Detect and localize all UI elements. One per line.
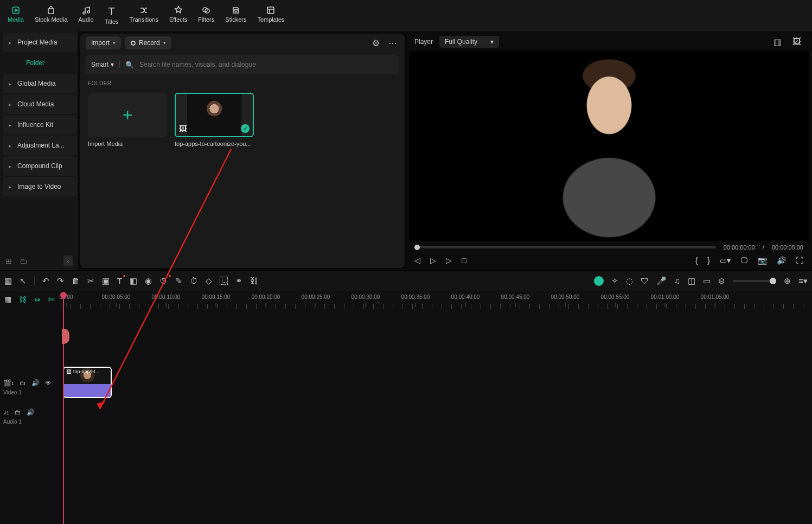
volume-icon[interactable]: 🔊 <box>777 256 786 265</box>
zoom-in-icon[interactable]: ⊕ <box>784 276 791 286</box>
ai-badge-icon[interactable] <box>594 276 604 286</box>
grid-icon[interactable]: ▦ <box>4 276 12 286</box>
magnet-icon[interactable]: ✄ <box>48 295 55 304</box>
collapse-icon[interactable]: ‹ <box>63 255 73 266</box>
unlink-icon[interactable]: ⛓ <box>250 276 258 285</box>
audio-track-icon[interactable]: ♪1 <box>3 408 9 416</box>
crop-icon[interactable]: ▣ <box>102 276 110 286</box>
tab-media[interactable]: Media <box>2 3 29 25</box>
keyframe-icon[interactable]: ◇ <box>206 276 212 286</box>
import-media-tile[interactable]: + Import Media <box>88 93 167 147</box>
tab-stickers[interactable]: Stickers <box>220 3 252 25</box>
text-tool-icon[interactable]: T <box>117 276 122 285</box>
link-icon[interactable]: ⚭ <box>235 276 242 286</box>
folder-icon[interactable]: 🗀 <box>20 257 27 265</box>
record-button[interactable]: Record▾ <box>125 36 171 49</box>
sidebar-project-media[interactable]: ▸Project Media <box>3 33 77 52</box>
fullscreen-icon[interactable]: ⛶ <box>796 256 803 265</box>
compare-icon[interactable]: ▥ <box>771 35 784 49</box>
timer-icon[interactable]: ⏱ <box>190 276 198 285</box>
sidebar-compound-clip[interactable]: ▸Compound Clip <box>3 156 77 176</box>
playhead-handle[interactable] <box>62 329 69 344</box>
tab-titles[interactable]: T Titles <box>99 3 124 27</box>
link-mode-icon[interactable]: ⛓ <box>19 295 27 304</box>
playhead[interactable] <box>63 292 64 524</box>
mark-out-icon[interactable]: } <box>707 256 710 265</box>
search-input[interactable] <box>139 61 394 68</box>
ruler-tick: 00:00:15:00 <box>202 294 231 300</box>
undo-icon[interactable]: ↶ <box>42 276 49 286</box>
group-icon[interactable]: ⿺ <box>220 276 228 285</box>
marker-icon[interactable]: ▭ <box>703 276 711 286</box>
display-icon[interactable]: 🖵 <box>740 256 748 265</box>
mark-in-icon[interactable]: { <box>695 256 698 265</box>
scrub-head[interactable] <box>414 245 420 250</box>
mic-icon[interactable]: 🎤 <box>656 276 667 286</box>
sidebar-label: Influence Kit <box>17 121 53 129</box>
pointer-icon[interactable]: ↖ <box>20 276 27 286</box>
snap-icon[interactable]: ▦ <box>4 295 11 304</box>
layout-icon[interactable]: ≡▾ <box>798 276 808 286</box>
tab-templates[interactable]: Templates <box>252 3 290 25</box>
sidebar-image-to-video[interactable]: ▸Image to Video <box>3 177 77 196</box>
new-folder-icon[interactable]: ⊞ <box>5 257 12 265</box>
zoom-slider[interactable] <box>733 280 776 282</box>
ai-circle-icon[interactable]: ◌ <box>626 276 633 286</box>
sidebar-cloud-media[interactable]: ▸Cloud Media <box>3 94 77 114</box>
audio-track-body[interactable] <box>61 400 812 424</box>
video-track-body[interactable]: 🖼top-apps-t... <box>61 366 812 400</box>
delete-icon[interactable]: 🗑 <box>72 276 80 285</box>
quality-dropdown[interactable]: Full Quality▾ <box>439 36 499 48</box>
ai-enhance-icon[interactable]: ✧ <box>611 276 618 286</box>
track-add-icon[interactable]: 🗀 <box>15 408 21 416</box>
asset-thumbnail <box>187 94 241 136</box>
sidebar-folder[interactable]: Folder <box>3 53 77 73</box>
camera-icon[interactable]: 📷 <box>758 256 767 265</box>
player-viewport[interactable] <box>409 51 809 241</box>
zoom-knob[interactable] <box>770 278 776 284</box>
play-icon[interactable]: ▷ <box>430 256 436 265</box>
speed-icon[interactable]: ⏲ <box>159 276 168 285</box>
filters-icon <box>201 5 211 15</box>
track-mute-icon[interactable]: 🔊 <box>31 379 40 387</box>
enhance-icon[interactable]: ✎ <box>175 276 182 286</box>
cut-icon[interactable]: ✂ <box>87 276 94 286</box>
button-label: Record <box>139 39 160 47</box>
zoom-out-icon[interactable]: ⊖ <box>718 276 725 286</box>
ratio-icon[interactable]: ▭▾ <box>720 256 731 265</box>
ruler-tick: 00:00:45:00 <box>501 294 530 300</box>
smart-dropdown[interactable]: Smart▾ <box>91 61 120 68</box>
color-icon[interactable]: ◉ <box>145 276 152 286</box>
shield-icon[interactable]: 🛡 <box>641 276 649 285</box>
video-track-icon[interactable]: 🎬1 <box>3 379 14 387</box>
track-visible-icon[interactable]: 👁 <box>45 379 52 387</box>
play-forward-icon[interactable]: ▷ <box>446 256 452 265</box>
ripple-icon[interactable]: ⇔ <box>34 295 41 304</box>
more-icon[interactable]: ⋯ <box>386 36 399 50</box>
tab-effects[interactable]: Effects <box>164 3 193 25</box>
sidebar-global-media[interactable]: ▸Global Media <box>3 74 77 93</box>
video-clip[interactable]: 🖼top-apps-t... <box>63 367 112 398</box>
tab-transitions[interactable]: Transitions <box>124 3 164 25</box>
scrub-track[interactable] <box>414 246 716 248</box>
sidebar-influence-kit[interactable]: ▸Influence Kit <box>3 115 77 135</box>
media-asset-tile[interactable]: 🖼 ✓ top-apps-to-cartoonize-you... <box>175 93 254 147</box>
mask-icon[interactable]: ◧ <box>130 276 137 286</box>
track-mute-icon[interactable]: 🔊 <box>27 408 35 416</box>
redo-icon[interactable]: ↷ <box>57 276 64 286</box>
tab-stock-media[interactable]: Stock Media <box>29 3 73 25</box>
sidebar: ▸Project Media Folder ▸Global Media ▸Clo… <box>0 31 78 270</box>
overlap-icon[interactable]: ◫ <box>688 276 695 286</box>
filter-icon[interactable]: ⚙ <box>370 36 382 50</box>
import-button[interactable]: Import▾ <box>86 36 121 49</box>
sidebar-adjustment-layer[interactable]: ▸Adjustment La... <box>3 136 77 155</box>
snapshot-icon[interactable]: 🖼 <box>790 35 803 49</box>
stop-icon[interactable]: □ <box>462 256 466 265</box>
track-add-icon[interactable]: 🗀 <box>20 379 26 387</box>
timeline-toolbar: ▦ ↖ ↶ ↷ 🗑 ✂ ▣ T ◧ ◉ ⏲ ✎ ⏱ ◇ ⿺ ⚭ ⛓ ✧ ◌ 🛡 … <box>0 270 812 291</box>
prev-frame-icon[interactable]: ◁ <box>414 256 420 265</box>
music-tool-icon[interactable]: ♫ <box>674 276 680 285</box>
tab-audio[interactable]: Audio <box>73 3 99 25</box>
tab-filters[interactable]: Filters <box>193 3 220 25</box>
time-ruler[interactable]: 00:00 00:00:05:00 00:00:10:00 00:00:15:0… <box>61 294 812 312</box>
